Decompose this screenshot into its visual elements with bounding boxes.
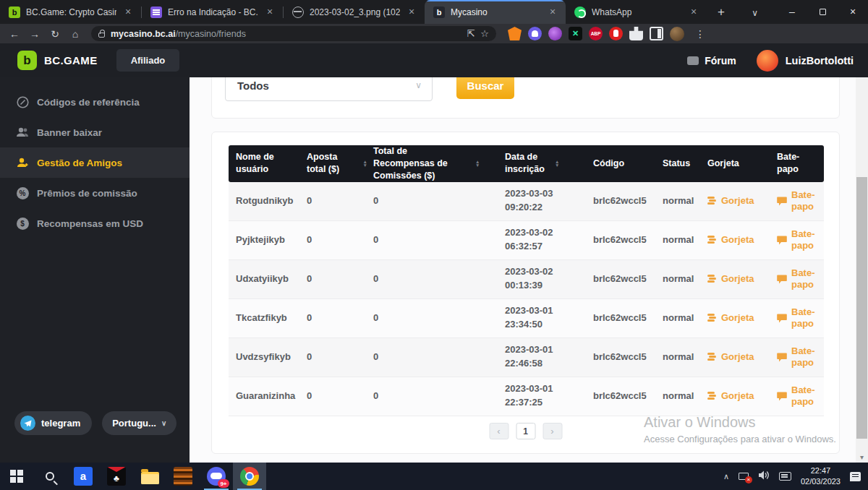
discord-icon: 9+ bbox=[207, 467, 226, 486]
taskbar-clock[interactable]: 22:47 02/03/2023 bbox=[801, 465, 841, 487]
col-chat: Bate-papo bbox=[777, 151, 824, 176]
search-button[interactable]: Buscar bbox=[456, 77, 514, 99]
cell-status: normal bbox=[663, 233, 707, 247]
sort-icon[interactable]: ▲▼ bbox=[363, 160, 367, 168]
forum-link[interactable]: Fórum bbox=[687, 55, 736, 66]
filter-select[interactable]: Todos ∨ bbox=[225, 77, 433, 101]
sidebar-item-label: Gestão de Amigos bbox=[37, 158, 122, 168]
tab-forum[interactable]: Erro na Indicação - BC.Game × bbox=[142, 0, 283, 24]
tab-close-icon[interactable]: × bbox=[264, 7, 276, 18]
browser-menu-icon[interactable]: ⋮ bbox=[695, 28, 705, 40]
galaxy-extension-icon[interactable] bbox=[548, 27, 562, 40]
browser-toolbar: ← → ↻ ⌂ mycasino.bc.ai/mycasino/friends … bbox=[0, 24, 868, 43]
cell-status: normal bbox=[663, 390, 707, 403]
next-page-button[interactable]: › bbox=[542, 423, 562, 439]
phantom-extension-icon[interactable] bbox=[528, 27, 542, 40]
globe-favicon-icon bbox=[292, 7, 304, 18]
windows-logo-icon bbox=[10, 470, 23, 483]
afiliado-button[interactable]: Afiliado bbox=[116, 49, 180, 72]
tip-link[interactable]: Gorjeta bbox=[707, 351, 771, 363]
bookmark-star-icon[interactable]: ☆ bbox=[480, 28, 489, 39]
sidebar-item-referral-codes[interactable]: Códigos de referência bbox=[0, 87, 190, 117]
poker-club-icon: ♣ bbox=[107, 467, 126, 486]
sort-icon[interactable]: ▲▼ bbox=[475, 160, 480, 168]
start-button[interactable] bbox=[0, 463, 33, 490]
reload-button[interactable]: ↻ bbox=[46, 28, 64, 40]
taskbar-wood-app-button[interactable] bbox=[166, 463, 200, 490]
home-button[interactable]: ⌂ bbox=[67, 28, 84, 40]
browser-profile-avatar[interactable] bbox=[670, 27, 684, 41]
taskbar-chrome-button[interactable] bbox=[233, 463, 266, 490]
touch-keyboard-icon[interactable] bbox=[779, 472, 791, 481]
chat-link[interactable]: Bate-papo bbox=[777, 228, 820, 252]
tab-close-icon[interactable]: × bbox=[547, 7, 558, 18]
tab-search-chevron-icon[interactable]: ∨ bbox=[752, 8, 758, 18]
page-scrollbar[interactable]: ▾ bbox=[856, 77, 868, 463]
prev-page-button[interactable]: ‹ bbox=[489, 423, 509, 439]
chat-link[interactable]: Bate-papo bbox=[777, 384, 820, 408]
adblock-extension-icon[interactable]: ABP bbox=[589, 27, 603, 40]
share-icon[interactable]: ⇱ bbox=[467, 28, 475, 39]
extensions-puzzle-icon[interactable] bbox=[629, 27, 643, 40]
coins-icon bbox=[707, 353, 717, 361]
sidebar-item-usd-rewards[interactable]: $ Recompensas em USD bbox=[0, 208, 190, 238]
tray-expand-icon[interactable]: ∧ bbox=[723, 472, 729, 481]
bcgame-logo-icon[interactable]: b bbox=[17, 51, 37, 70]
tab-close-icon[interactable]: × bbox=[688, 7, 699, 18]
taskbar-search-button[interactable] bbox=[33, 463, 67, 490]
table-row: Pyjktejikyb002023-03-0206:32:57brlc62wcc… bbox=[229, 221, 824, 260]
metamask-extension-icon[interactable] bbox=[508, 27, 522, 40]
col-signup-date[interactable]: Data de inscrição▲▼ bbox=[505, 151, 593, 176]
tip-link[interactable]: Gorjeta bbox=[707, 390, 771, 402]
chat-link[interactable]: Bate-papo bbox=[777, 345, 820, 369]
scrollbar-thumb[interactable] bbox=[856, 177, 867, 439]
forward-button[interactable]: → bbox=[26, 28, 43, 40]
tab-whatsapp[interactable]: WhatsApp × bbox=[566, 0, 707, 24]
sidebar-item-friends-management[interactable]: Gestão de Amigos bbox=[0, 147, 190, 178]
close-window-button[interactable]: × bbox=[838, 1, 868, 22]
chat-link[interactable]: Bate-papo bbox=[777, 267, 820, 291]
chat-link[interactable]: Bate-papo bbox=[777, 306, 820, 330]
coins-icon bbox=[707, 197, 717, 205]
language-selector[interactable]: Portugu... ∨ bbox=[102, 411, 176, 435]
new-tab-button[interactable]: + bbox=[711, 2, 731, 22]
chat-bubble-icon bbox=[777, 314, 787, 323]
tip-link[interactable]: Gorjeta bbox=[707, 195, 771, 207]
user-menu[interactable]: LuizBortolotti bbox=[757, 50, 854, 72]
address-bar[interactable]: mycasino.bc.ai/mycasino/friends ⇱ ☆ bbox=[91, 26, 496, 41]
col-bet-total[interactable]: Aposta total ($)▲▼ bbox=[307, 151, 373, 176]
tab-image[interactable]: 2023-03-02_3.png (1024×76 × bbox=[284, 0, 425, 24]
tip-link[interactable]: Gorjeta bbox=[707, 234, 771, 246]
maximize-button[interactable] bbox=[807, 1, 838, 22]
tip-link[interactable]: Gorjeta bbox=[707, 273, 771, 285]
filter-card: Todos ∨ Buscar bbox=[211, 77, 840, 119]
sidebar-item-banner-download[interactable]: Banner baixar bbox=[0, 117, 190, 147]
sidebar-item-commission-prizes[interactable]: % Prêmios de comissão bbox=[0, 178, 190, 208]
friends-table-card: Nome de usuário Aposta total ($)▲▼ Total… bbox=[211, 132, 840, 454]
current-page[interactable]: 1 bbox=[516, 423, 535, 439]
sidepanel-icon[interactable] bbox=[650, 27, 663, 40]
taskbar-discord-button[interactable]: 9+ bbox=[200, 463, 233, 490]
scroll-down-arrow-icon[interactable]: ▾ bbox=[856, 453, 868, 461]
col-commission-total[interactable]: Total de Recompensas de Comissões ($)▲▼ bbox=[373, 145, 505, 182]
sort-icon[interactable]: ▲▼ bbox=[555, 160, 559, 168]
taskbar-explorer-button[interactable] bbox=[133, 463, 166, 490]
tab-bcgame[interactable]: b BC.Game: Crypto Casino Gam × bbox=[0, 0, 141, 24]
tab-close-icon[interactable]: × bbox=[406, 7, 417, 18]
x-extension-icon[interactable]: ✕ bbox=[569, 27, 582, 40]
blocker-hand-extension-icon[interactable] bbox=[609, 27, 623, 40]
action-center-icon[interactable] bbox=[850, 472, 861, 481]
telegram-button[interactable]: telegram bbox=[14, 411, 92, 435]
chat-link[interactable]: Bate-papo bbox=[777, 189, 820, 213]
tab-mycasino-active[interactable]: b Mycasino × bbox=[425, 0, 566, 24]
extensions-row: ✕ ABP ⋮ bbox=[508, 27, 707, 41]
network-error-icon[interactable] bbox=[739, 473, 749, 480]
volume-icon[interactable] bbox=[758, 470, 770, 483]
tip-link[interactable]: Gorjeta bbox=[707, 312, 771, 324]
minimize-button[interactable]: – bbox=[777, 1, 807, 22]
taskbar-poker-button[interactable]: ♣ bbox=[100, 463, 133, 490]
brand-name[interactable]: BC.GAME bbox=[44, 54, 98, 66]
taskbar-amd-button[interactable]: a bbox=[67, 463, 100, 490]
back-button[interactable]: ← bbox=[6, 28, 23, 40]
tab-close-icon[interactable]: × bbox=[122, 7, 134, 18]
